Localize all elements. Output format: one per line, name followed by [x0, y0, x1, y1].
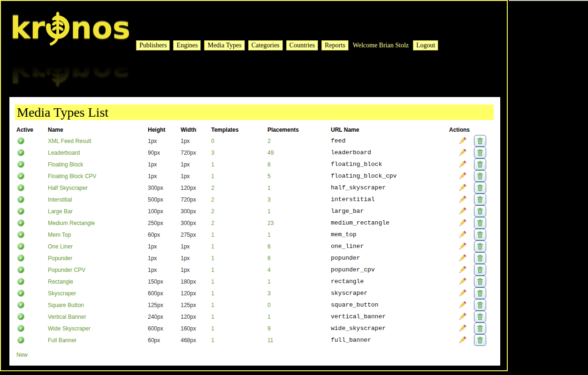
edit-pencil-icon[interactable] — [458, 160, 467, 169]
media-type-name-link[interactable]: Medium Rectangle — [48, 220, 95, 226]
delete-trash-button[interactable] — [474, 276, 486, 287]
media-type-name-link[interactable]: Floating Block CPV — [48, 173, 96, 180]
media-type-name-link[interactable]: Popunder CPV — [48, 267, 85, 273]
nav-button-media-types[interactable]: Media Types — [204, 40, 244, 51]
media-type-name-link[interactable]: Rectangle — [48, 278, 73, 285]
placements-count-link[interactable]: 3 — [267, 196, 271, 203]
placements-count-link[interactable]: 0 — [267, 302, 271, 308]
media-type-name-link[interactable]: One Liner — [48, 243, 73, 250]
media-type-name-link[interactable]: XML Feed Result — [48, 138, 91, 144]
delete-trash-button[interactable] — [474, 334, 486, 346]
templates-count-link[interactable]: 1 — [211, 337, 214, 344]
placements-count-link[interactable]: 23 — [267, 220, 274, 226]
templates-count-link[interactable]: 2 — [211, 220, 214, 226]
media-type-name-link[interactable]: Wide Skyscraper — [48, 325, 91, 332]
edit-pencil-icon[interactable] — [458, 183, 467, 193]
templates-count-link[interactable]: 1 — [211, 325, 214, 332]
placements-count-link[interactable]: 8 — [267, 161, 271, 168]
templates-count-link[interactable]: 1 — [211, 278, 214, 285]
templates-count-link[interactable]: 2 — [211, 196, 214, 203]
delete-trash-button[interactable] — [474, 311, 486, 322]
media-type-name-link[interactable]: Large Bar — [48, 208, 73, 215]
edit-pencil-icon[interactable] — [458, 148, 467, 158]
media-type-name-link[interactable]: Skyscraper — [48, 290, 76, 297]
placements-count-link[interactable]: 4 — [267, 267, 271, 273]
edit-pencil-icon[interactable] — [458, 207, 467, 216]
edit-pencil-icon[interactable] — [458, 136, 467, 146]
nav-button-publishers[interactable]: Publishers — [136, 40, 170, 51]
templates-count-link[interactable]: 1 — [211, 255, 214, 262]
templates-count-link[interactable]: 1 — [211, 267, 214, 273]
delete-trash-button[interactable] — [474, 240, 486, 252]
placements-count-link[interactable]: 5 — [267, 173, 271, 180]
edit-pencil-icon[interactable] — [458, 254, 467, 263]
templates-count-link[interactable]: 1 — [211, 290, 214, 297]
logout-button[interactable]: Logout — [413, 40, 438, 51]
delete-trash-button[interactable] — [474, 182, 486, 194]
placements-count-link[interactable]: 1 — [267, 314, 271, 320]
templates-count-link[interactable]: 1 — [211, 243, 214, 250]
delete-trash-button[interactable] — [474, 205, 486, 217]
media-type-name-link[interactable]: Mem Top — [48, 232, 71, 238]
edit-pencil-icon[interactable] — [458, 324, 467, 333]
placements-count-link[interactable]: 2 — [267, 138, 271, 144]
placements-count-link[interactable]: 3 — [267, 290, 271, 297]
media-type-name-link[interactable]: Interstitial — [48, 196, 72, 203]
kronos-logo[interactable]: kr nos kr — [10, 6, 130, 93]
delete-trash-button[interactable] — [474, 287, 486, 299]
placements-count-link[interactable]: 1 — [267, 185, 271, 191]
templates-count-link[interactable]: 1 — [211, 161, 214, 168]
templates-count-link[interactable]: 0 — [211, 138, 214, 144]
media-type-name-link[interactable]: Square Button — [48, 302, 84, 308]
edit-pencil-icon[interactable] — [458, 265, 467, 275]
delete-trash-button[interactable] — [474, 264, 486, 276]
delete-trash-button[interactable] — [474, 158, 486, 170]
edit-pencil-icon[interactable] — [458, 218, 467, 228]
media-type-name-link[interactable]: Floating Block — [48, 161, 83, 168]
templates-count-link[interactable]: 1 — [211, 302, 214, 308]
templates-count-link[interactable]: 2 — [211, 185, 214, 191]
nav-button-categories[interactable]: Categories — [248, 40, 283, 51]
edit-pencil-icon[interactable] — [458, 312, 467, 322]
edit-pencil-icon[interactable] — [458, 195, 467, 204]
delete-trash-button[interactable] — [474, 229, 486, 240]
page-container: kr nos kr — [0, 0, 508, 371]
delete-trash-button[interactable] — [474, 322, 486, 334]
delete-trash-button[interactable] — [474, 170, 486, 182]
edit-pencil-icon[interactable] — [458, 289, 467, 298]
placements-count-link[interactable]: 1 — [267, 278, 271, 285]
placements-count-link[interactable]: 9 — [267, 325, 271, 332]
media-type-name-link[interactable]: Popunder — [48, 255, 72, 262]
edit-pencil-icon[interactable] — [458, 230, 467, 240]
placements-count-link[interactable]: 6 — [267, 243, 271, 250]
delete-trash-button[interactable] — [474, 147, 486, 158]
templates-count-link[interactable]: 2 — [211, 208, 214, 215]
delete-trash-button[interactable] — [474, 217, 486, 229]
placements-count-link[interactable]: 1 — [267, 232, 271, 238]
new-media-type-link[interactable]: New — [16, 352, 28, 358]
nav-button-engines[interactable]: Engines — [173, 40, 201, 51]
templates-count-link[interactable]: 3 — [211, 150, 214, 156]
edit-pencil-icon[interactable] — [458, 336, 467, 345]
templates-count-link[interactable]: 1 — [211, 173, 214, 180]
edit-pencil-icon[interactable] — [458, 172, 467, 181]
delete-trash-button[interactable] — [474, 252, 486, 264]
delete-trash-button[interactable] — [474, 299, 486, 311]
delete-trash-button[interactable] — [474, 135, 486, 147]
media-type-name-link[interactable]: Half Skyscraper — [48, 185, 88, 191]
nav-button-countries[interactable]: Countries — [286, 40, 318, 51]
placements-count-link[interactable]: 1 — [267, 208, 271, 215]
placements-count-link[interactable]: 11 — [267, 337, 273, 344]
placements-count-link[interactable]: 49 — [267, 150, 274, 156]
delete-trash-button[interactable] — [474, 194, 486, 205]
edit-pencil-icon[interactable] — [458, 242, 467, 251]
media-type-name-link[interactable]: Full Banner — [48, 337, 76, 344]
edit-pencil-icon[interactable] — [458, 300, 467, 310]
templates-count-link[interactable]: 1 — [211, 314, 214, 320]
templates-count-link[interactable]: 1 — [211, 232, 214, 238]
nav-button-reports[interactable]: Reports — [321, 40, 349, 51]
edit-pencil-icon[interactable] — [458, 277, 467, 286]
media-type-name-link[interactable]: Vertical Banner — [48, 314, 86, 320]
media-type-name-link[interactable]: Leaderboard — [48, 150, 80, 156]
placements-count-link[interactable]: 6 — [267, 255, 271, 262]
